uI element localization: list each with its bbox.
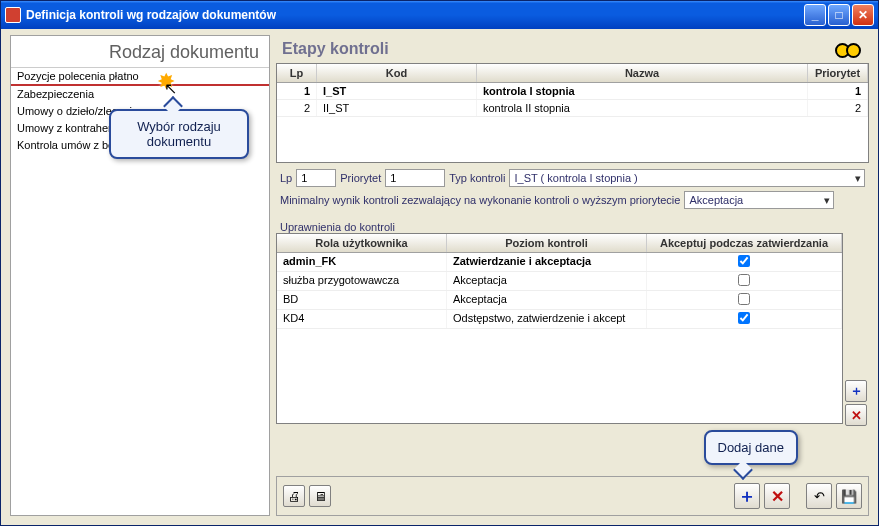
type-select[interactable]: I_ST ( kontrola I stopnia ) — [509, 169, 865, 187]
permissions-side-buttons: ＋ ✕ — [845, 380, 867, 426]
screen-button[interactable]: 🖥 — [309, 485, 331, 507]
document-type-panel: Rodzaj dokumentu Pozycje polecenia płatn… — [10, 35, 270, 516]
plus-icon: ＋ — [738, 484, 756, 508]
print-icon: 🖨 — [288, 489, 301, 504]
stages-heading-text: Etapy kontroli — [282, 40, 389, 58]
document-type-item[interactable]: Zabezpieczenia — [11, 86, 269, 103]
table-row[interactable]: służba przygotowawcza Akceptacja — [277, 272, 842, 291]
permissions-grid-body: admin_FK Zatwierdzanie i akceptacja służ… — [277, 253, 842, 423]
save-button[interactable]: 💾 — [836, 483, 862, 509]
screen-icon: 🖥 — [314, 489, 327, 504]
app-window: Definicja kontroli wg rodzajów dokumentó… — [0, 0, 879, 526]
print-button[interactable]: 🖨 — [283, 485, 305, 507]
add-button[interactable]: ＋ — [734, 483, 760, 509]
plus-icon: ＋ — [850, 382, 863, 400]
stages-grid[interactable]: Lp Kod Nazwa Priorytet 1 I_ST kontrola I… — [276, 63, 869, 163]
permissions-heading: Uprawnienia do kontroli — [276, 219, 869, 233]
lp-input[interactable] — [296, 169, 336, 187]
table-row[interactable]: 2 II_ST kontrola II stopnia 2 — [277, 100, 868, 117]
callout-add-data: Dodaj dane — [704, 430, 799, 465]
stage-fields: Lp Priorytet Typ kontroli I_ST ( kontrol… — [276, 163, 869, 219]
maximize-button[interactable]: □ — [828, 4, 850, 26]
col-nazwa: Nazwa — [477, 64, 808, 82]
table-row[interactable]: BD Akceptacja — [277, 291, 842, 310]
close-button[interactable]: ✕ — [852, 4, 874, 26]
search-icon[interactable] — [833, 39, 863, 59]
col-pri: Priorytet — [808, 64, 868, 82]
min-result-select[interactable]: Akceptacja — [684, 191, 834, 209]
undo-button[interactable]: ↶ — [806, 483, 832, 509]
document-type-heading: Rodzaj dokumentu — [11, 36, 269, 67]
min-result-label: Minimalny wynik kontroli zezwalający na … — [280, 194, 680, 206]
stages-heading: Etapy kontroli — [276, 35, 869, 63]
col-lp: Lp — [277, 64, 317, 82]
delete-permission-button[interactable]: ✕ — [845, 404, 867, 426]
app-icon — [5, 7, 21, 23]
undo-icon: ↶ — [814, 489, 825, 504]
permissions-grid-header: Rola użytkownika Poziom kontroli Akceptu… — [277, 234, 842, 253]
col-level: Poziom kontroli — [447, 234, 647, 252]
x-icon: ✕ — [851, 408, 862, 423]
document-type-item[interactable]: Pozycje polecenia płatno — [11, 68, 269, 86]
minimize-button[interactable]: _ — [804, 4, 826, 26]
callout-select-doc-type: Wybór rodzaju dokumentu — [109, 109, 249, 159]
accept-checkbox[interactable] — [738, 274, 750, 286]
stages-grid-header: Lp Kod Nazwa Priorytet — [277, 64, 868, 83]
table-row[interactable]: KD4 Odstępstwo, zatwierdzenie i akcept — [277, 310, 842, 329]
bottom-toolbar: 🖨 🖥 ＋ ✕ ↶ 💾 — [276, 476, 869, 516]
permissions-grid[interactable]: Rola użytkownika Poziom kontroli Akceptu… — [276, 233, 843, 424]
window-title: Definicja kontroli wg rodzajów dokumentó… — [26, 8, 276, 22]
type-label: Typ kontroli — [449, 172, 505, 184]
accept-checkbox[interactable] — [738, 255, 750, 267]
stages-grid-body: 1 I_ST kontrola I stopnia 1 2 II_ST kont… — [277, 83, 868, 117]
add-permission-button[interactable]: ＋ — [845, 380, 867, 402]
priority-input[interactable] — [385, 169, 445, 187]
titlebar: Definicja kontroli wg rodzajów dokumentó… — [1, 1, 878, 29]
priority-label: Priorytet — [340, 172, 381, 184]
x-icon: ✕ — [771, 487, 784, 506]
table-row[interactable]: admin_FK Zatwierdzanie i akceptacja — [277, 253, 842, 272]
col-kod: Kod — [317, 64, 477, 82]
lp-label: Lp — [280, 172, 292, 184]
col-role: Rola użytkownika — [277, 234, 447, 252]
accept-checkbox[interactable] — [738, 312, 750, 324]
delete-button[interactable]: ✕ — [764, 483, 790, 509]
accept-checkbox[interactable] — [738, 293, 750, 305]
save-icon: 💾 — [841, 489, 857, 504]
table-row[interactable]: 1 I_ST kontrola I stopnia 1 — [277, 83, 868, 100]
col-accept: Akceptuj podczas zatwierdzania — [647, 234, 842, 252]
window-controls: _ □ ✕ — [804, 4, 874, 26]
